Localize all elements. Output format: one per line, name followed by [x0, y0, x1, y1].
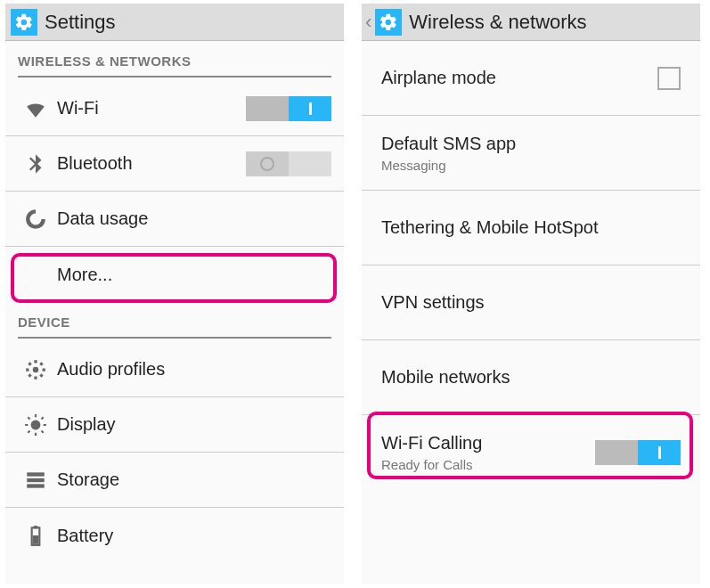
- battery-icon: [24, 524, 47, 547]
- app-icon: [11, 9, 37, 36]
- row-storage[interactable]: Storage: [5, 453, 344, 508]
- svg-rect-3: [27, 478, 45, 481]
- row-wifi-calling[interactable]: Wi-Fi Calling Ready for Calls: [362, 415, 700, 490]
- row-label: More...: [57, 265, 331, 285]
- row-label: Bluetooth: [57, 153, 246, 174]
- row-label: Storage: [57, 470, 331, 490]
- svg-point-0: [33, 366, 39, 372]
- airplane-checkbox[interactable]: [657, 67, 681, 90]
- row-data-usage[interactable]: Data usage: [5, 192, 344, 247]
- row-label: Mobile networks: [381, 367, 681, 388]
- row-vpn[interactable]: VPN settings: [362, 265, 700, 340]
- row-audio-profiles[interactable]: Audio profiles: [5, 342, 344, 397]
- storage-icon: [24, 469, 47, 492]
- wifi-calling-toggle[interactable]: [595, 440, 681, 465]
- row-more[interactable]: More...: [5, 247, 344, 302]
- row-label: Tethering & Mobile HotSpot: [381, 217, 681, 238]
- row-display[interactable]: Display: [5, 397, 344, 453]
- row-tethering[interactable]: Tethering & Mobile HotSpot: [362, 191, 700, 265]
- row-mobile-networks[interactable]: Mobile networks: [362, 340, 700, 415]
- svg-rect-4: [27, 484, 45, 487]
- svg-rect-7: [33, 535, 39, 544]
- row-battery[interactable]: Battery: [5, 508, 344, 563]
- data-usage-icon: [24, 208, 47, 231]
- section-header-wireless: WIRELESS & NETWORKS: [5, 41, 344, 76]
- header: Settings: [5, 4, 344, 41]
- header: ‹ Wireless & networks: [362, 4, 700, 41]
- row-wifi[interactable]: Wi-Fi: [5, 81, 344, 136]
- row-label: Display: [57, 414, 331, 435]
- wifi-toggle[interactable]: [246, 96, 331, 121]
- divider: [18, 76, 331, 78]
- header-title: Settings: [45, 11, 116, 34]
- row-label: Battery: [57, 526, 331, 546]
- row-bluetooth[interactable]: Bluetooth: [5, 136, 344, 192]
- row-label: VPN settings: [381, 292, 681, 313]
- svg-rect-6: [34, 526, 37, 528]
- svg-rect-2: [27, 472, 45, 476]
- row-label: Wi-Fi: [57, 98, 246, 118]
- row-default-sms[interactable]: Default SMS app Messaging: [362, 116, 700, 191]
- divider: [18, 337, 331, 339]
- row-sublabel: Ready for Calls: [381, 457, 595, 472]
- app-icon: [375, 9, 402, 36]
- wireless-networks-screen: ‹ Wireless & networks Airplane mode Defa…: [362, 4, 700, 584]
- svg-point-1: [31, 420, 41, 429]
- bluetooth-icon: [24, 152, 47, 176]
- row-label: Audio profiles: [57, 359, 331, 380]
- section-header-device: DEVICE: [5, 302, 344, 337]
- audio-icon: [24, 358, 47, 381]
- bluetooth-toggle[interactable]: [246, 151, 331, 176]
- row-airplane-mode[interactable]: Airplane mode: [362, 41, 700, 116]
- display-icon: [24, 413, 47, 437]
- row-label: Data usage: [57, 208, 331, 229]
- header-title: Wireless & networks: [409, 11, 586, 34]
- gear-icon: [14, 12, 34, 32]
- row-label: Default SMS app: [381, 134, 681, 154]
- settings-screen: Settings WIRELESS & NETWORKS Wi-Fi Bluet…: [5, 4, 344, 584]
- back-icon[interactable]: ‹: [365, 11, 371, 34]
- row-label: Wi-Fi Calling: [381, 433, 595, 453]
- row-label: Airplane mode: [381, 68, 657, 88]
- gear-icon: [379, 12, 398, 32]
- wifi-icon: [24, 97, 47, 120]
- row-sublabel: Messaging: [381, 158, 681, 173]
